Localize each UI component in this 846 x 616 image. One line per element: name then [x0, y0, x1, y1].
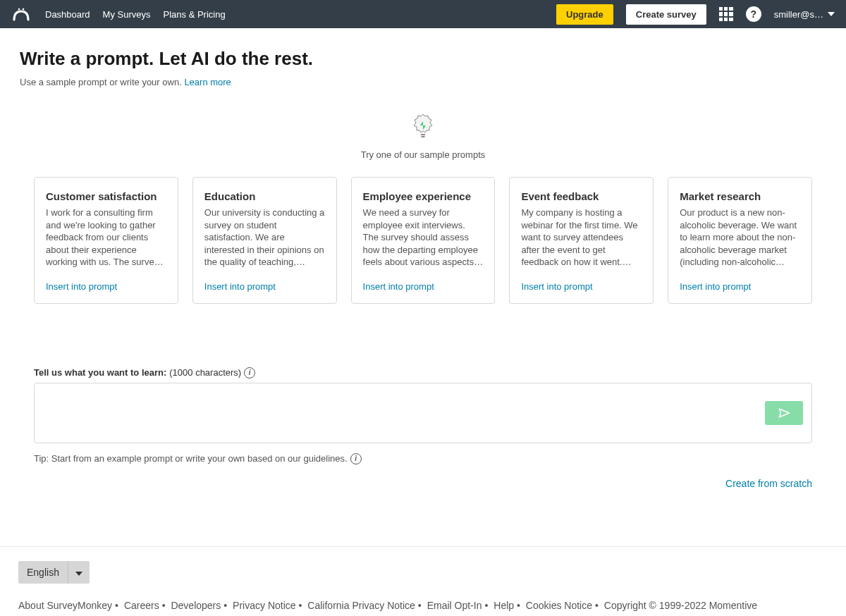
card-title: Market research: [680, 190, 800, 202]
user-menu[interactable]: smiller@s…: [774, 9, 835, 20]
insert-prompt-link[interactable]: Insert into prompt: [680, 281, 800, 292]
info-icon[interactable]: i: [244, 367, 255, 378]
svg-point-1: [23, 8, 25, 11]
card-desc: We need a survey for employee exit inter…: [363, 207, 484, 269]
card-desc: Our product is a new non-alcoholic bever…: [680, 207, 800, 269]
footer-link-cookies[interactable]: Cookies Notice: [526, 600, 592, 611]
main-content: Write a prompt. Let AI do the rest. Use …: [0, 28, 846, 490]
footer-link-privacy[interactable]: Privacy Notice: [233, 600, 295, 611]
info-icon[interactable]: i: [350, 453, 362, 464]
card-customer-satisfaction: Customer satisfaction I work for a consu…: [34, 177, 178, 304]
insert-prompt-link[interactable]: Insert into prompt: [204, 281, 325, 292]
insert-prompt-link[interactable]: Insert into prompt: [521, 281, 642, 292]
prompt-section: Tell us what you want to learn: (1000 ch…: [34, 367, 812, 490]
upgrade-button[interactable]: Upgrade: [556, 4, 613, 25]
language-label: English: [18, 562, 68, 583]
footer-link-ca-privacy[interactable]: California Privacy Notice: [307, 600, 415, 611]
card-title: Event feedback: [521, 190, 642, 202]
card-title: Education: [204, 190, 325, 202]
footer: English About SurveyMonkey• Careers• Dev…: [0, 546, 846, 616]
create-from-scratch-link[interactable]: Create from scratch: [725, 478, 812, 489]
help-icon[interactable]: ?: [746, 6, 761, 22]
footer-links: About SurveyMonkey• Careers• Developers•…: [18, 598, 828, 613]
card-desc: Our university is conducting a survey on…: [204, 207, 325, 269]
submit-prompt-button[interactable]: [765, 401, 803, 425]
card-education: Education Our university is conducting a…: [192, 177, 337, 304]
lightbulb-icon: [410, 113, 436, 144]
card-desc: My company is hosting a webinar for the …: [521, 207, 642, 269]
page-subtitle: Use a sample prompt or write your own. L…: [20, 77, 826, 87]
insert-prompt-link[interactable]: Insert into prompt: [363, 281, 484, 292]
create-survey-button[interactable]: Create survey: [626, 4, 706, 25]
header-right: Upgrade Create survey ? smiller@s…: [556, 4, 835, 25]
top-header: Dashboard My Surveys Plans & Pricing Upg…: [0, 0, 846, 28]
card-title: Customer satisfaction: [46, 190, 166, 202]
header-left: Dashboard My Surveys Plans & Pricing: [11, 4, 226, 24]
apps-grid-icon[interactable]: [719, 7, 733, 21]
card-employee-experience: Employee experience We need a survey for…: [351, 177, 496, 304]
nav-plans-pricing[interactable]: Plans & Pricing: [164, 9, 226, 20]
card-desc: I work for a consulting firm and we're l…: [46, 207, 166, 269]
footer-link-email-optin[interactable]: Email Opt-In: [427, 600, 482, 611]
user-email: smiller@s…: [774, 9, 823, 20]
page-title: Write a prompt. Let AI do the rest.: [20, 48, 826, 70]
insert-prompt-link[interactable]: Insert into prompt: [46, 281, 166, 292]
prompt-box: [34, 383, 812, 443]
card-title: Employee experience: [363, 190, 484, 202]
footer-copyright: Copyright © 1999-2022 Momentive: [604, 600, 757, 611]
footer-link-help[interactable]: Help: [494, 600, 514, 611]
prompt-tip: Tip: Start from an example prompt or wri…: [34, 453, 812, 464]
learn-more-link[interactable]: Learn more: [184, 77, 231, 87]
hero-caption: Try one of our sample prompts: [20, 149, 826, 160]
card-market-research: Market research Our product is a new non…: [668, 177, 812, 304]
footer-link-about[interactable]: About SurveyMonkey: [18, 600, 112, 611]
chevron-down-icon: [68, 561, 90, 584]
footer-link-careers[interactable]: Careers: [124, 600, 159, 611]
chevron-down-icon: [828, 12, 835, 16]
prompt-cards: Customer satisfaction I work for a consu…: [34, 177, 812, 304]
nav-my-surveys[interactable]: My Surveys: [103, 9, 151, 20]
card-event-feedback: Event feedback My company is hosting a w…: [509, 177, 654, 304]
hero-section: Try one of our sample prompts: [20, 113, 826, 160]
footer-link-developers[interactable]: Developers: [171, 600, 221, 611]
language-selector[interactable]: English: [18, 561, 90, 584]
svg-rect-3: [422, 136, 425, 137]
brand-logo-icon[interactable]: [11, 4, 31, 24]
nav-dashboard[interactable]: Dashboard: [45, 9, 90, 20]
svg-rect-2: [421, 134, 425, 135]
svg-point-0: [18, 8, 20, 11]
main-nav: Dashboard My Surveys Plans & Pricing: [45, 9, 226, 20]
send-icon: [778, 407, 790, 419]
prompt-label: Tell us what you want to learn: (1000 ch…: [34, 367, 812, 378]
prompt-input[interactable]: [43, 392, 765, 434]
